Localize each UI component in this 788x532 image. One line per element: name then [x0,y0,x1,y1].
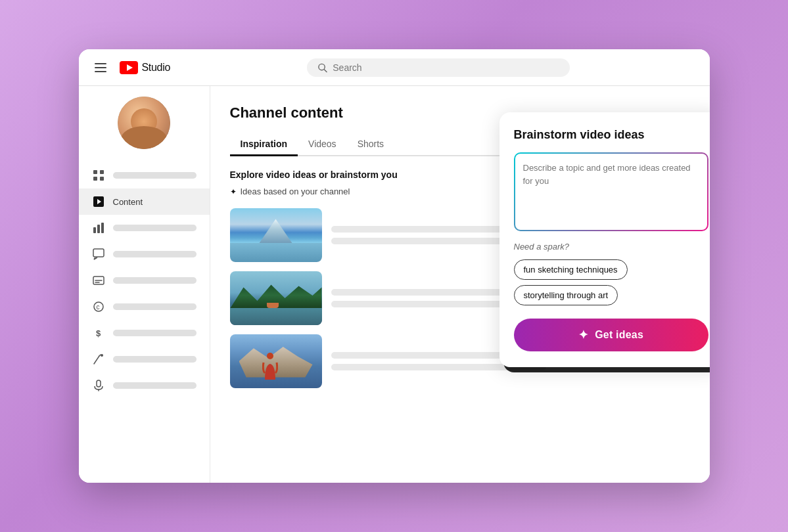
dollar-icon: $ [92,326,105,340]
tab-shorts[interactable]: Shorts [347,133,394,156]
nav-items: Content [79,162,210,399]
svg-rect-4 [93,170,97,174]
svg-text:c: c [96,303,99,311]
textarea-wrapper[interactable] [514,152,708,231]
sidebar-item-content[interactable]: Content [79,188,210,215]
spark-label: Need a spark? [514,242,708,252]
logo-area: Studio [120,61,171,74]
content-area: Channel content Inspiration Videos Short… [210,86,710,483]
youtube-icon [120,61,138,74]
svg-line-21 [99,355,101,356]
sidebar-item-monetization[interactable]: $ [79,320,210,346]
svg-rect-5 [100,170,104,174]
tab-videos[interactable]: Videos [298,133,347,156]
svg-rect-6 [93,177,97,181]
avatar [118,97,170,149]
search-icon [317,62,327,73]
magic-icon [92,353,105,366]
subtitles-icon [92,274,105,287]
chip-storytelling[interactable]: storytelling through art [514,285,618,305]
search-bar[interactable] [307,58,570,77]
sparkle-icon: ✦ [578,328,588,342]
sidebar-item-copyright[interactable]: c [79,294,210,320]
studio-logo-text: Studio [142,62,171,74]
sidebar-content-label: Content [113,197,143,207]
sidebar-item-comments-label [113,251,197,257]
sidebar-item-analytics-label [113,225,197,231]
sidebar-item-customization-label [113,356,197,363]
browser-window: Studio [79,49,710,483]
suggestion-chips: fun sketching techniques storytelling th… [514,259,708,305]
menu-button[interactable] [92,60,109,75]
video-thumbnail-2 [230,271,322,325]
sidebar-item-subtitles-label [113,277,197,284]
sidebar-item-monetization-label [113,330,197,336]
sidebar-item-audio-label [113,382,197,389]
get-ideas-label: Get ideas [595,329,643,341]
svg-rect-7 [100,177,104,181]
sidebar-item-analytics[interactable] [79,215,210,241]
tab-inspiration[interactable]: Inspiration [230,133,298,156]
video-thumbnail-3 [230,334,322,388]
brainstorm-title: Brainstorm video ideas [514,128,708,142]
video-thumbnail-1 [230,208,322,262]
svg-rect-11 [97,225,100,233]
main-layout: Content [79,86,710,483]
svg-point-22 [101,354,103,357]
sidebar-item-copyright-label [113,303,197,310]
sidebar-item-label [113,172,197,179]
ideas-based-label: Ideas based on your channel [241,187,350,196]
svg-rect-23 [97,380,101,387]
chip-sketching[interactable]: fun sketching techniques [514,259,628,280]
svg-point-25 [267,353,273,359]
app-header: Studio [79,49,710,86]
sidebar: Content [79,86,210,483]
idea-textarea[interactable] [515,154,707,230]
svg-text:$: $ [96,328,101,338]
diamond-icon: ✦ [230,187,237,196]
search-input[interactable] [333,62,559,73]
svg-line-20 [94,356,99,364]
boat-decoration [267,303,279,308]
avatar-image [118,97,170,149]
svg-rect-10 [93,227,96,233]
get-ideas-button[interactable]: ✦ Get ideas [514,319,708,351]
sidebar-item-dashboard[interactable] [79,162,210,188]
audio-icon [92,379,105,392]
svg-line-3 [325,69,327,72]
svg-rect-12 [101,223,104,233]
svg-rect-13 [93,249,104,257]
grid-icon [92,169,105,182]
brainstorm-panel: Brainstorm video ideas Need a spark? fun… [499,112,710,367]
sidebar-item-customization[interactable] [79,346,210,372]
person-silhouette [262,352,278,380]
content-icon [92,195,105,208]
comments-icon [92,248,105,261]
sidebar-item-subtitles[interactable] [79,267,210,294]
analytics-icon [92,221,105,234]
sidebar-item-audio[interactable] [79,372,210,399]
sidebar-item-comments[interactable] [79,241,210,267]
copyright-icon: c [92,300,105,313]
